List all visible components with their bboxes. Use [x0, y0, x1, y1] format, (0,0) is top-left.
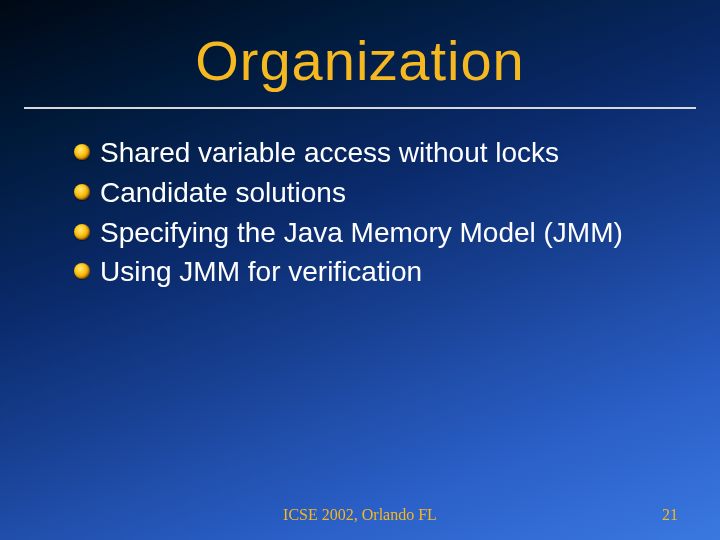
slide: Organization Shared variable access with… [0, 0, 720, 540]
bullet-icon [74, 224, 90, 240]
slide-title: Organization [0, 0, 720, 107]
list-item-label: Candidate solutions [100, 177, 346, 208]
bullet-icon [74, 263, 90, 279]
bullet-list: Shared variable access without locks Can… [0, 109, 720, 290]
list-item: Specifying the Java Memory Model (JMM) [100, 215, 652, 251]
list-item: Shared variable access without locks [100, 135, 652, 171]
page-number: 21 [662, 506, 678, 524]
bullet-icon [74, 184, 90, 200]
list-item-label: Specifying the Java Memory Model (JMM) [100, 217, 623, 248]
list-item: Candidate solutions [100, 175, 652, 211]
list-item-label: Shared variable access without locks [100, 137, 559, 168]
footer-venue: ICSE 2002, Orlando FL [0, 506, 720, 524]
list-item-label: Using JMM for verification [100, 256, 422, 287]
bullet-icon [74, 144, 90, 160]
list-item: Using JMM for verification [100, 254, 652, 290]
